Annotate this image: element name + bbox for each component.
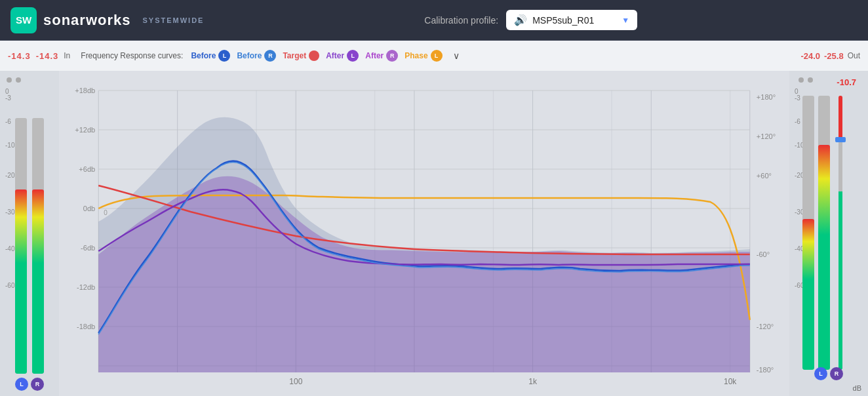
left-channel-dots: L R [15, 378, 44, 391]
legend-before-l[interactable]: Before L [191, 50, 230, 62]
left-ch-l-dot: L [15, 378, 28, 391]
scale-n3: -3 [5, 94, 14, 118]
scale-n10: -10 [5, 142, 14, 172]
svg-text:-60°: -60° [757, 250, 770, 258]
left-meter-r [32, 118, 44, 374]
logo-area: SW sonarworks SYSTEMWIDE [10, 7, 204, 33]
svg-text:0: 0 [104, 209, 108, 216]
right-dot-1 [799, 77, 804, 83]
logo-badge: SW [10, 7, 37, 33]
level-in-left: -14.3 [8, 51, 31, 61]
level-out-right: -25.8 [824, 51, 844, 61]
profile-dropdown[interactable]: 🔊 MSP5sub_R01 ▼ [506, 10, 637, 30]
left-meters-bars [15, 77, 44, 389]
target-dot [309, 50, 319, 61]
left-ch-r-dot: R [31, 378, 44, 391]
db-label: dB [853, 384, 861, 392]
svg-text:10k: 10k [724, 377, 737, 386]
svg-text:+6db: +6db [79, 165, 95, 173]
slider-fill-green [838, 191, 842, 370]
frequency-chart: +18db +12db +6db 0db -6db -12db -18db +1… [59, 71, 789, 396]
svg-text:+60°: +60° [757, 172, 772, 180]
speaker-icon: 🔊 [514, 14, 527, 26]
svg-text:+18db: +18db [75, 87, 95, 94]
right-top-value: -10.7 [837, 77, 856, 87]
before-r-text: Before [237, 51, 262, 60]
right-ch-r-dot: R [830, 367, 843, 380]
svg-text:100: 100 [289, 377, 302, 386]
header-center: Calibration profile: 🔊 MSP5sub_R01 ▼ [204, 10, 858, 30]
svg-text:-6db: -6db [81, 244, 95, 252]
svg-text:-180°: -180° [757, 366, 774, 374]
phase-dot: L [431, 50, 443, 62]
toolbar: -14.3 -14.3 In Frequency Response curves… [0, 41, 868, 71]
scale-n60: -60 [5, 282, 14, 319]
freq-response-label: Frequency Response curves: [81, 51, 183, 60]
right-meter-l-fill [802, 219, 814, 370]
right-meter-dots-top [799, 77, 813, 83]
scale-n30: -30 [5, 208, 14, 245]
right-meter-r-fill [818, 145, 830, 370]
scale-0: 0 [5, 88, 14, 94]
logo-text: sonarworks [43, 12, 131, 29]
level-in-label: In [64, 51, 70, 60]
svg-text:+120°: +120° [757, 132, 776, 140]
left-meter-panel: 0 -3 -6 -10 -20 -30 -40 -60 L R [0, 71, 59, 396]
after-l-text: After [326, 51, 344, 60]
app-header: SW sonarworks SYSTEMWIDE Calibration pro… [0, 0, 868, 41]
r-scale-0: 0 [795, 88, 804, 94]
right-channel-dots: L R [814, 367, 843, 380]
left-scale: 0 -3 -6 -10 -20 -30 -40 -60 [5, 88, 14, 319]
scale-n6: -6 [5, 118, 14, 142]
svg-text:-120°: -120° [757, 323, 774, 330]
legend-after-l[interactable]: After L [326, 50, 359, 62]
systemwide-label: SYSTEMWIDE [143, 16, 205, 24]
left-meter-l [15, 118, 27, 374]
right-ch-l-dot: L [814, 367, 827, 380]
slider-fill-red [838, 96, 842, 137]
curve-legend: Before L Before R Target After L After R… [191, 49, 463, 62]
legend-phase[interactable]: Phase L [404, 50, 442, 62]
chevron-down-icon: ▼ [621, 16, 629, 25]
right-meter-bars [802, 96, 830, 370]
right-meter-l-bar [802, 96, 814, 370]
svg-text:+12db: +12db [75, 126, 95, 134]
scale-n20: -20 [5, 172, 14, 208]
phase-text: Phase [404, 51, 427, 60]
left-meter-dots-top [7, 77, 21, 83]
legend-target[interactable]: Target [283, 50, 319, 61]
svg-text:-18db: -18db [77, 323, 95, 330]
profile-name: MSP5sub_R01 [532, 15, 616, 26]
level-out-left: -24.0 [800, 51, 820, 61]
left-meter-l-fill [15, 189, 27, 374]
right-meter-panel: -10.7 0 -3 -6 -10 -20 -30 -40 -60 [789, 71, 868, 396]
svg-text:0db: 0db [83, 205, 95, 212]
level-out-label: Out [848, 51, 860, 60]
level-in-right: -14.3 [36, 51, 59, 61]
target-text: Target [283, 51, 306, 60]
output-slider[interactable] [831, 96, 850, 370]
after-r-dot: R [386, 50, 398, 62]
before-r-dot: R [264, 50, 276, 62]
left-dot-2 [16, 77, 21, 83]
right-meter-r-bar [818, 96, 830, 370]
calibration-label: Calibration profile: [424, 15, 498, 26]
after-r-text: After [365, 51, 384, 60]
left-meter-r-fill [32, 189, 44, 374]
main-content: 0 -3 -6 -10 -20 -30 -40 -60 L R [0, 71, 868, 396]
left-dot-1 [7, 77, 12, 83]
right-dot-2 [808, 77, 813, 83]
legend-after-r[interactable]: After R [365, 50, 398, 62]
toolbar-right: -24.0 -25.8 Out [800, 51, 860, 61]
svg-text:+180°: +180° [757, 93, 776, 101]
svg-text:1k: 1k [528, 377, 538, 386]
legend-expand-button[interactable]: ∨ [449, 49, 464, 62]
before-l-dot: L [218, 50, 230, 62]
chart-area: +18db +12db +6db 0db -6db -12db -18db +1… [59, 71, 789, 396]
scale-n40: -40 [5, 245, 14, 282]
slider-track [838, 96, 842, 370]
svg-text:-12db: -12db [77, 283, 95, 291]
after-l-dot: L [347, 50, 359, 62]
legend-before-r[interactable]: Before R [237, 50, 276, 62]
slider-thumb[interactable] [835, 137, 846, 142]
